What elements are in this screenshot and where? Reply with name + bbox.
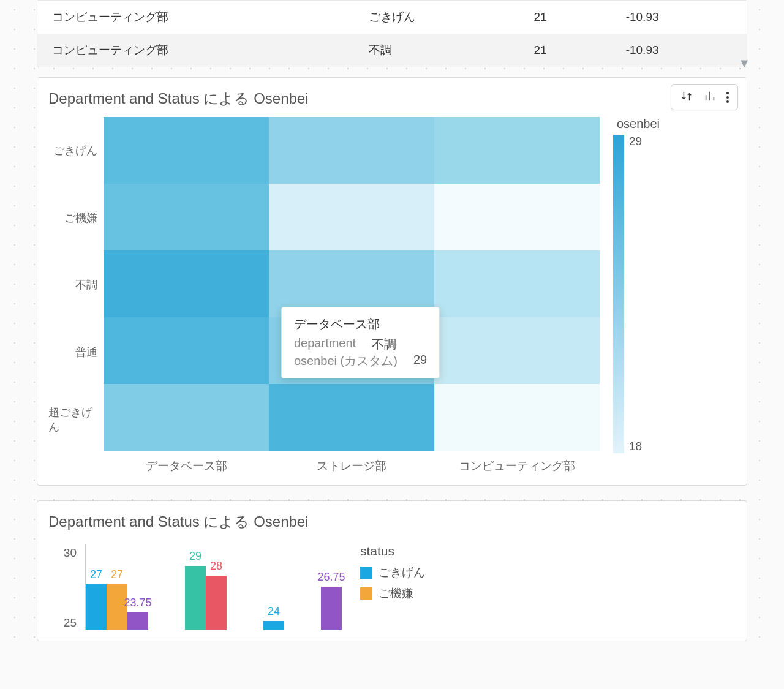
tooltip-val: 29 (413, 353, 427, 369)
heatmap-cell[interactable] (269, 117, 434, 184)
x-tick-label: ストレージ部 (269, 453, 434, 474)
x-tick-label: コンピューティング部 (434, 453, 600, 474)
legend-label: ご機嫌 (379, 585, 413, 601)
heatmap-title: Department and Status による Osenbei (48, 89, 736, 108)
table-cell: ごきげん (354, 1, 519, 34)
table-cell: 21 (519, 1, 611, 34)
bar-label: 27 (111, 568, 123, 581)
heatmap-grid[interactable]: データベース部 department 不調 osenbei (カスタム) 29 (104, 117, 600, 451)
colorbar-max: 29 (629, 135, 642, 148)
barchart-y-axis: 30 25 (48, 544, 85, 630)
heatmap-cell[interactable] (104, 184, 269, 250)
heatmap-legend: osenbei 29 18 (600, 117, 679, 453)
heatmap-cell[interactable] (104, 117, 269, 184)
tooltip: データベース部 department 不調 osenbei (カスタム) 29 (281, 307, 440, 378)
legend-title: osenbei (617, 117, 660, 131)
heatmap-cell[interactable] (269, 184, 434, 250)
bar-group: 2928 (185, 566, 227, 630)
table-cell: コンピューティング部 (37, 34, 354, 67)
table-cell: 21 (519, 34, 611, 67)
bar-label: 24 (268, 605, 280, 618)
y-tick-label: ごきげん (48, 117, 104, 184)
legend-swatch (360, 587, 372, 600)
heatmap-cell[interactable] (434, 250, 600, 317)
heatmap-cell[interactable] (104, 250, 269, 317)
heatmap-y-axis: ごきげんご機嫌不調普通超ごきげん (48, 117, 104, 453)
data-table: コンピューティング部ごきげん21-10.93コンピューティング部不調21-10.… (37, 0, 747, 67)
table-cell: コンピューティング部 (37, 1, 354, 34)
bar[interactable]: 26.75 (321, 587, 342, 630)
tooltip-title: データベース部 (294, 316, 427, 333)
more-menu-button[interactable] (722, 89, 734, 105)
colorbar (613, 135, 624, 453)
tooltip-val: 不調 (372, 336, 396, 353)
bar[interactable]: 28 (206, 576, 227, 630)
chevron-down-icon[interactable]: ▼ (738, 56, 750, 70)
panel-toolbar (671, 84, 738, 110)
bar-chart-icon (703, 89, 717, 103)
x-tick-label: データベース部 (104, 453, 269, 474)
bar[interactable]: 27 (86, 584, 107, 630)
legend-label: ごきげん (379, 565, 425, 581)
barchart-area[interactable]: 272723.7529282426.75 (85, 544, 342, 630)
bar-group: 24 (263, 621, 284, 630)
heatmap-cell[interactable] (434, 384, 600, 451)
legend-swatch (360, 567, 372, 579)
bar-label: 28 (210, 560, 222, 573)
legend-item[interactable]: ご機嫌 (360, 585, 452, 601)
barchart-panel: Department and Status による Osenbei 30 25 … (37, 500, 747, 641)
y-tick-label: 超ごきげん (48, 386, 104, 453)
colorbar-min: 18 (629, 440, 642, 453)
legend-item[interactable]: ごきげん (360, 565, 452, 581)
table-cell: -10.93 (611, 1, 747, 34)
barchart-legend: status ごきげんご機嫌 (342, 544, 452, 630)
y-tick-label: 不調 (48, 252, 104, 319)
bar-label: 23.75 (124, 597, 151, 609)
y-tick-label: ご機嫌 (48, 184, 104, 252)
table-row[interactable]: コンピューティング部ごきげん21-10.93 (37, 1, 747, 34)
heatmap-cell[interactable] (434, 117, 600, 184)
chart-type-button[interactable] (698, 87, 722, 107)
table-cell: -10.93 (611, 34, 747, 67)
bar-group: 26.75 (321, 587, 342, 630)
bar-label: 27 (90, 568, 102, 581)
sort-icon (680, 89, 693, 103)
heatmap-x-axis: データベース部ストレージ部コンピューティング部 (104, 453, 600, 474)
bar-label: 26.75 (317, 571, 345, 584)
tooltip-key: osenbei (カスタム) (294, 353, 398, 369)
legend-title: status (360, 544, 452, 559)
y-tick-label: 普通 (48, 318, 104, 386)
bar-group: 272723.75 (86, 584, 148, 630)
heatmap-cell[interactable] (104, 384, 269, 451)
heatmap-cell[interactable] (269, 384, 434, 451)
bar[interactable]: 24 (263, 621, 284, 630)
barchart-title: Department and Status による Osenbei (48, 512, 736, 532)
heatmap-cell[interactable] (434, 317, 600, 384)
bar-label: 29 (189, 550, 202, 563)
tooltip-key: department (294, 336, 356, 353)
sort-button[interactable] (675, 87, 698, 107)
table-cell: 不調 (354, 34, 519, 67)
heatmap-cell[interactable] (104, 317, 269, 384)
heatmap-panel: Department and Status による Osenbei ごきげんご機… (37, 77, 747, 486)
table-row[interactable]: コンピューティング部不調21-10.93 (37, 34, 747, 67)
heatmap-cell[interactable] (434, 184, 600, 250)
bar[interactable]: 29 (185, 566, 206, 630)
bar[interactable]: 23.75 (127, 612, 148, 630)
